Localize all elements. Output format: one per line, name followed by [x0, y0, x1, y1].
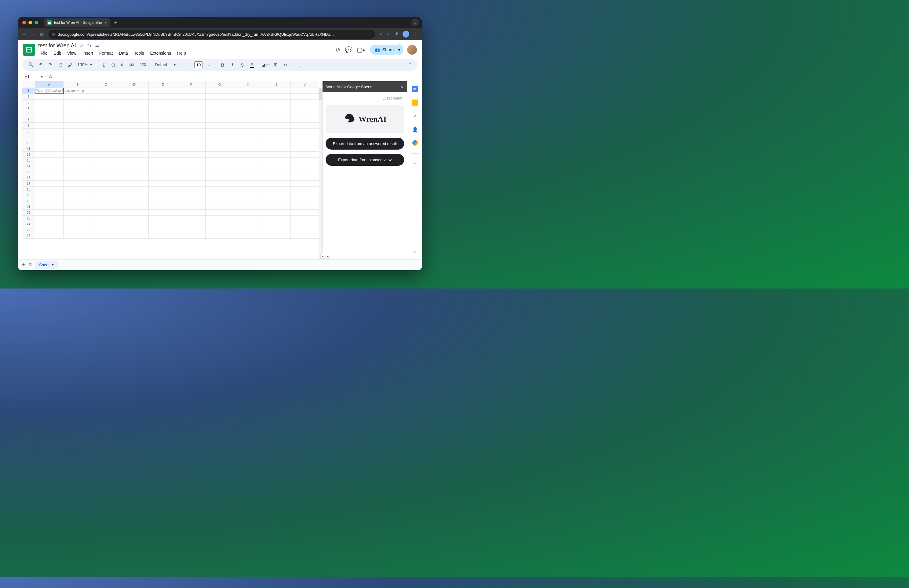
cell[interactable] [291, 152, 319, 158]
row-header[interactable]: 20 [22, 198, 35, 204]
cell[interactable] [291, 140, 319, 146]
cell[interactable] [35, 221, 63, 227]
row-header[interactable]: 2 [22, 94, 35, 100]
url-input[interactable]: ⚙ docs.google.com/spreadsheets/d/1AHiBqL… [48, 30, 375, 39]
row-header[interactable]: 10 [22, 140, 35, 146]
cell[interactable] [149, 140, 177, 146]
paint-format-icon[interactable]: 🖌 [66, 60, 74, 69]
cell[interactable] [205, 169, 234, 175]
cell[interactable] [177, 88, 205, 94]
menu-format[interactable]: Format [97, 50, 115, 57]
cell[interactable] [149, 123, 177, 129]
cell[interactable] [177, 181, 205, 187]
cell[interactable] [63, 163, 92, 169]
cell[interactable] [205, 187, 234, 192]
col-header-e[interactable]: E [149, 81, 177, 87]
row-header[interactable]: 14 [22, 163, 35, 169]
row-header[interactable]: 26 [22, 233, 35, 239]
cell[interactable] [149, 187, 177, 192]
export-answered-button[interactable]: Export data from an answered result [326, 138, 404, 150]
calendar-icon[interactable]: 31 [412, 86, 418, 92]
cell[interactable] [92, 198, 120, 204]
cell[interactable] [205, 221, 234, 227]
cell[interactable] [262, 158, 291, 163]
cell[interactable] [120, 204, 149, 210]
close-panel-icon[interactable]: × [400, 84, 403, 90]
cell[interactable] [120, 192, 149, 198]
cell[interactable] [234, 192, 262, 198]
zoom-select[interactable]: 100% ▼ [76, 62, 94, 67]
cell[interactable] [177, 140, 205, 146]
cell[interactable] [205, 210, 234, 216]
bold-icon[interactable]: B [218, 60, 227, 69]
cell[interactable] [234, 105, 262, 111]
cell[interactable] [291, 192, 319, 198]
cell[interactable] [35, 181, 63, 187]
menu-help[interactable]: Help [175, 50, 188, 57]
row-header[interactable]: 7 [22, 123, 35, 129]
cell[interactable] [149, 233, 177, 239]
cell[interactable] [291, 221, 319, 227]
cell[interactable] [63, 117, 92, 123]
cell[interactable] [120, 94, 149, 100]
row-header[interactable]: 8 [22, 129, 35, 134]
cell[interactable] [120, 163, 149, 169]
cell[interactable] [291, 163, 319, 169]
cell[interactable] [92, 192, 120, 198]
cell[interactable] [63, 111, 92, 117]
cell[interactable] [234, 210, 262, 216]
cell[interactable] [149, 192, 177, 198]
menu-extensions[interactable]: Extensions [147, 50, 173, 57]
col-header-a[interactable]: A [35, 81, 63, 87]
cell[interactable] [120, 221, 149, 227]
cell[interactable] [120, 129, 149, 134]
cell[interactable] [92, 227, 120, 233]
cell[interactable] [35, 134, 63, 140]
more-toolbar-icon[interactable]: ⋮ [295, 60, 303, 69]
cell[interactable] [35, 123, 63, 129]
scroll-left-icon[interactable]: ◂ [320, 254, 325, 258]
cell[interactable] [177, 227, 205, 233]
cell[interactable] [234, 233, 262, 239]
cell[interactable] [35, 233, 63, 239]
cell[interactable] [63, 227, 92, 233]
cell[interactable] [92, 94, 120, 100]
hide-side-panel-icon[interactable]: › [414, 249, 416, 255]
cell[interactable] [205, 117, 234, 123]
browser-profile-avatar[interactable] [403, 31, 409, 37]
cell[interactable] [63, 187, 92, 192]
cell[interactable] [205, 129, 234, 134]
browser-menu-icon[interactable]: ⋮ [414, 31, 418, 37]
cell[interactable] [63, 158, 92, 163]
cell[interactable] [177, 210, 205, 216]
cell[interactable] [177, 94, 205, 100]
cell[interactable] [234, 134, 262, 140]
cell[interactable] [262, 88, 291, 94]
cell[interactable] [92, 117, 120, 123]
cell[interactable] [149, 117, 177, 123]
cell[interactable] [234, 100, 262, 105]
cell[interactable] [262, 175, 291, 181]
row-header[interactable]: 23 [22, 216, 35, 221]
export-saved-view-button[interactable]: Export data from a saved view [326, 154, 404, 166]
cell[interactable] [120, 146, 149, 152]
cell[interactable] [262, 163, 291, 169]
row-header[interactable]: 15 [22, 169, 35, 175]
cell[interactable] [291, 94, 319, 100]
row-header[interactable]: 9 [22, 134, 35, 140]
col-header-h[interactable]: H [234, 81, 262, 87]
site-info-icon[interactable]: ⚙ [52, 32, 55, 36]
menu-data[interactable]: Data [116, 50, 130, 57]
cell[interactable] [234, 152, 262, 158]
col-header-c[interactable]: C [92, 81, 120, 87]
scroll-right-icon[interactable]: ▸ [326, 254, 330, 258]
sheets-logo-icon[interactable] [23, 44, 35, 56]
cell[interactable] [234, 146, 262, 152]
cell[interactable] [92, 129, 120, 134]
cell[interactable] [120, 117, 149, 123]
cell[interactable] [177, 204, 205, 210]
cell[interactable] [205, 233, 234, 239]
cell[interactable] [120, 111, 149, 117]
bookmark-icon[interactable]: ☆ [386, 31, 390, 37]
cell[interactable] [177, 233, 205, 239]
